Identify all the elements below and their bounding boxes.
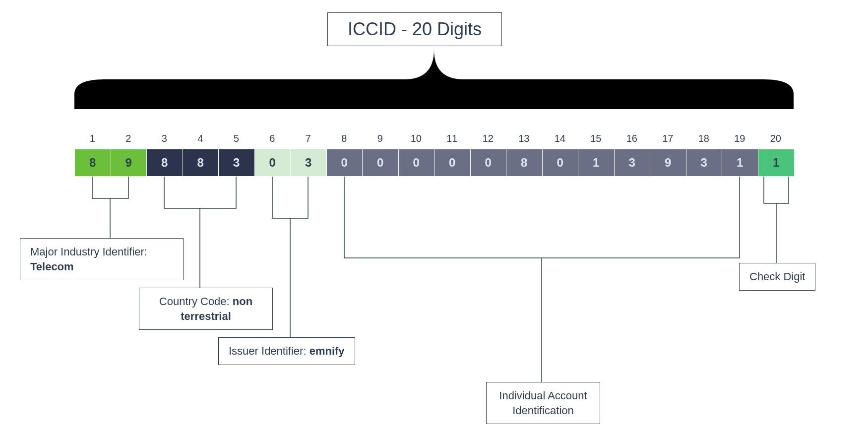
pos-label-20: 20 [758,133,794,144]
digit-cell-4: 8 [183,149,219,176]
diagram-title: ICCID - 20 Digits [327,12,502,46]
label-iin-text: Issuer Identifier: [229,345,307,357]
pos-label-8: 8 [326,133,363,144]
label-check: Check Digit [739,263,815,291]
digit-cell-10: 0 [399,149,435,176]
digit-row: 8 9 8 8 3 0 3 0 0 0 0 0 8 0 1 3 9 3 1 1 [74,149,795,177]
label-iin: Issuer Identifier: emnify [218,337,355,365]
digit-cell-17: 9 [650,149,686,176]
pos-label-9: 9 [362,133,398,144]
pos-label-19: 19 [722,133,758,144]
pos-label-4: 4 [183,133,219,144]
pos-label-11: 11 [434,133,470,144]
pos-label-16: 16 [614,133,650,144]
label-iai-text: Individual Account Identification [499,389,587,417]
digit-cell-3: 8 [147,149,183,176]
pos-label-3: 3 [146,133,183,144]
label-mii: Major Industry Identifier: Telecom [20,238,184,280]
digit-cell-1: 8 [75,149,111,176]
pos-label-17: 17 [650,133,686,144]
pos-label-7: 7 [290,133,326,144]
pos-label-18: 18 [686,133,722,144]
pos-label-13: 13 [506,133,542,144]
digit-cell-7: 3 [291,149,327,176]
label-mii-text: Major Industry Identifier: [30,246,147,258]
pos-label-1: 1 [74,133,111,144]
digit-cell-15: 1 [578,149,615,176]
digit-cell-16: 3 [615,149,651,176]
pos-label-5: 5 [218,133,254,144]
digit-cell-9: 0 [363,149,399,176]
pos-label-2: 2 [111,133,147,144]
digit-cell-19: 1 [722,149,758,176]
pos-label-14: 14 [542,133,578,144]
digit-cell-13: 8 [506,149,543,176]
digit-cell-8: 0 [327,149,363,176]
label-mii-value: Telecom [30,260,74,273]
digit-cell-11: 0 [434,149,471,176]
label-check-text: Check Digit [749,270,805,283]
pos-label-10: 10 [398,133,434,144]
pos-label-15: 15 [578,133,614,144]
digit-cell-2: 9 [111,149,147,176]
pos-label-6: 6 [254,133,291,144]
label-cc: Country Code: non terrestrial [139,288,273,330]
digit-cell-14: 0 [543,149,579,176]
digit-cell-6: 0 [255,149,291,176]
digit-cell-18: 3 [686,149,723,176]
digit-cell-12: 0 [471,149,507,176]
digit-cell-5: 3 [219,149,255,176]
digit-cell-20: 1 [758,149,795,176]
label-cc-text: Country Code: [159,295,230,308]
label-iin-value: emnify [310,345,345,357]
label-iai: Individual Account Identification [486,382,600,424]
top-brace [74,50,794,109]
pos-label-12: 12 [470,133,506,144]
